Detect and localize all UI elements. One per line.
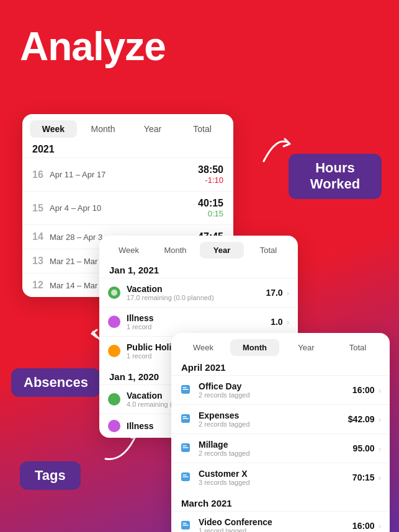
tag-info: Customer X 3 records tagged	[199, 469, 352, 486]
chevron-right-icon: ›	[379, 473, 381, 482]
week-number: 12	[32, 280, 50, 291]
arrow-hours-icon	[258, 130, 295, 167]
chevron-right-icon: ›	[379, 415, 381, 424]
date-range: Apr 4 – Apr 10	[50, 203, 198, 213]
hours-line1: Hours	[315, 160, 355, 175]
section-label: March 2021	[171, 492, 390, 511]
absence-dot-vacation2	[108, 393, 120, 406]
tag-info: Expenses 2 records tagged	[199, 410, 348, 428]
hours-tab-bar[interactable]: Week Month Year Total	[22, 114, 233, 138]
tag-icon	[180, 442, 192, 454]
tab-year[interactable]: Year	[200, 242, 244, 259]
tag-info: Millage 2 records tagged	[199, 440, 353, 457]
tab-week[interactable]: Week	[30, 120, 77, 138]
list-item[interactable]: Office Day 2 records tagged 16:00 ›	[171, 375, 390, 404]
absence-dot-public-holiday	[108, 345, 120, 357]
year-label: 2021	[22, 138, 233, 157]
tab-month[interactable]: Month	[230, 339, 279, 356]
page-title: Analyze	[20, 24, 166, 69]
tag-icon	[180, 384, 192, 396]
tab-total[interactable]: Total	[333, 339, 382, 356]
tab-total[interactable]: Total	[246, 242, 290, 259]
list-item[interactable]: Video Conference 1 record tagged 16:00 ›	[171, 511, 390, 532]
list-item[interactable]: Expenses 2 records tagged $42.09 ›	[171, 404, 390, 433]
week-number: 13	[32, 255, 50, 267]
chevron-right-icon: ›	[287, 317, 289, 327]
tag-icon	[180, 520, 192, 532]
svg-point-0	[111, 290, 117, 296]
table-row[interactable]: 15 Apr 4 – Apr 10 40:15 0:15	[22, 191, 233, 224]
tab-week[interactable]: Week	[107, 242, 151, 259]
absences-tab-bar[interactable]: Week Month Year Total	[99, 236, 298, 259]
absences-badge: Absences	[11, 368, 101, 397]
tab-year[interactable]: Year	[129, 120, 176, 138]
tag-info: Office Day 2 records tagged	[199, 381, 352, 399]
tab-week[interactable]: Week	[179, 339, 228, 356]
absence-info: Illness 1 record	[127, 313, 271, 330]
list-item[interactable]: Vacation 17.0 remaining (0.0 planned) 17…	[99, 278, 298, 307]
tags-card: Week Month Year Total April 2021 Office …	[171, 333, 390, 532]
hours-worked-badge: Hours Worked	[289, 154, 382, 199]
tab-year[interactable]: Year	[282, 339, 331, 356]
tags-tab-bar[interactable]: Week Month Year Total	[171, 333, 390, 356]
list-item[interactable]: Illness 1 record 1.0 ›	[99, 307, 298, 336]
tag-icon	[180, 471, 192, 484]
list-item[interactable]: Customer X 3 records tagged 70:15 ›	[171, 463, 390, 492]
absence-info: Vacation 17.0 remaining (0.0 planned)	[127, 284, 266, 301]
hours-value: 40:15 0:15	[198, 198, 223, 218]
tag-icon	[180, 413, 192, 425]
table-row[interactable]: 16 Apr 11 – Apr 17 38:50 -1:10	[22, 157, 233, 191]
absence-dot-illness	[108, 316, 120, 328]
list-item[interactable]: Millage 2 records tagged 95.00 ›	[171, 433, 390, 463]
chevron-right-icon: ›	[379, 386, 381, 395]
section-label: April 2021	[171, 356, 390, 375]
absence-dot-vacation	[108, 286, 120, 299]
tag-info: Video Conference 1 record tagged	[199, 517, 352, 532]
hours-value: 38:50 -1:10	[198, 164, 223, 185]
tab-total[interactable]: Total	[179, 120, 226, 138]
tags-badge: Tags	[20, 461, 81, 490]
chevron-right-icon: ›	[287, 288, 289, 298]
week-number: 15	[32, 203, 50, 214]
section-label: Jan 1, 2021	[99, 259, 298, 278]
tab-month[interactable]: Month	[153, 242, 197, 259]
chevron-right-icon: ›	[379, 444, 381, 453]
chevron-right-icon: ›	[379, 521, 381, 531]
absence-dot-illness2	[108, 420, 120, 432]
date-range: Apr 11 – Apr 17	[50, 170, 198, 179]
week-number: 14	[32, 231, 50, 242]
hours-line2: Worked	[310, 176, 360, 192]
week-number: 16	[32, 169, 50, 180]
tab-month[interactable]: Month	[79, 120, 127, 138]
